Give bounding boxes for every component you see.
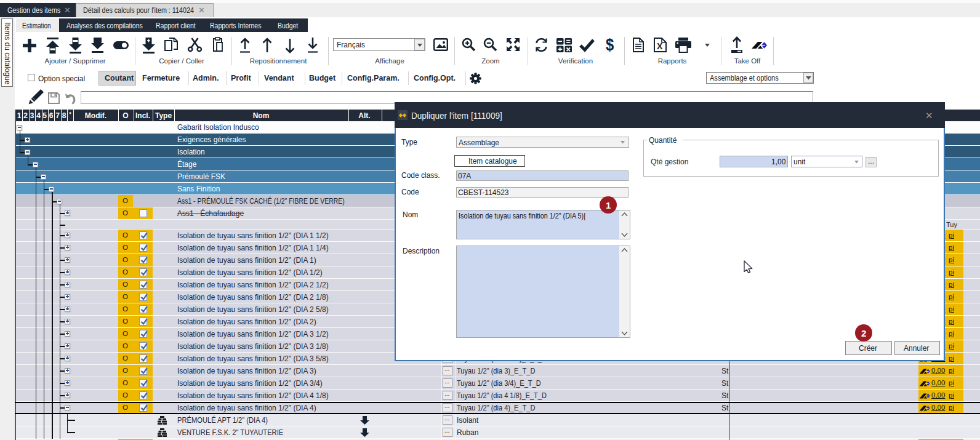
svg-text:X: X xyxy=(657,41,663,51)
